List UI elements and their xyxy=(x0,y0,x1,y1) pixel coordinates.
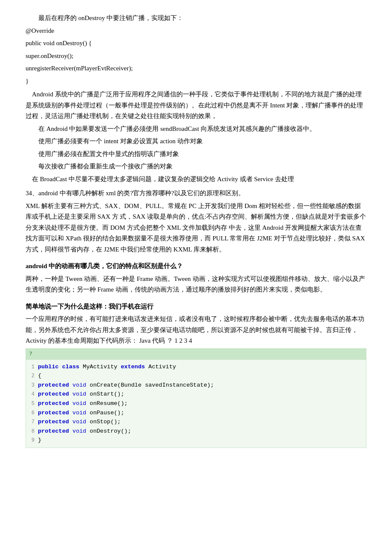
activity-label: Activity xyxy=(217,176,238,182)
kw-extends: extends xyxy=(121,362,145,372)
code-space xyxy=(69,408,72,418)
question34: 34、android 中有哪几种解析 xml 的类?官方推荐哪种?以及它们的原理… xyxy=(26,188,366,199)
code-line-row-6: 6 protected void onPause(); xyxy=(26,408,366,418)
animation-answer: 两种，一种是 Tween 动画、还有一种是 Frame 动画。Tween 动画，… xyxy=(26,274,366,295)
line-number: 2 xyxy=(29,372,35,380)
code-space xyxy=(59,362,62,372)
simple-answer: 一个应用程序的时候，有可能打进来电话发进来短信，或者没有电了，这时候程序都会被中… xyxy=(26,314,366,347)
code-space2 xyxy=(86,408,89,418)
bullet3: 每次接收广播都会重新生成一个接收广播的对象 xyxy=(26,161,366,172)
code-line-row-1: 1 public class MyActivity extends Activi… xyxy=(26,362,366,372)
code-line-row-3: 3 protected void onCreate(Bundle savedIn… xyxy=(26,381,366,390)
code-space2 xyxy=(86,427,89,436)
page-content: 最后在程序的 onDestroy 中要注销广播，实现如下： @Override … xyxy=(26,13,366,448)
xml-paragraph: XML 解析主要有三种方式、SAX、DOM、PULL。常规在 PC 上开发我们使… xyxy=(26,201,366,255)
animation-section: android 中的动画有哪几类，它们的特点和区别是什么？ 两种，一种是 Twe… xyxy=(26,261,366,295)
kw-void-5: void xyxy=(72,399,86,408)
kw-public: public xyxy=(38,362,59,372)
method-8: onDestroy(); xyxy=(90,427,131,436)
line-number: 6 xyxy=(29,409,35,417)
code-space2 xyxy=(86,390,89,399)
kw-void-3: void xyxy=(72,381,86,390)
method-3: onCreate(Bundle savedInstanceState); xyxy=(90,381,214,390)
code-space xyxy=(69,399,72,408)
lifecycle-section: 简单地说一下为什么是这样：我们手机在运行 一个应用程序的时候，有可能打进来电话发… xyxy=(26,301,366,347)
code-header: ? xyxy=(26,348,366,359)
bullet2: 使用广播必须在配置文件中显式的指明该广播对象 xyxy=(26,149,366,160)
question-animation: android 中的动画有哪几类，它们的特点和区别是什么？ xyxy=(26,261,366,272)
code-space2 xyxy=(86,399,89,408)
line-number: 9 xyxy=(29,436,35,445)
code-line-row-2: 2 { xyxy=(26,371,366,381)
activity-name: Activity xyxy=(148,362,176,372)
kw-protected-3: protected xyxy=(38,381,69,390)
method-5: onResume(); xyxy=(90,399,128,408)
kw-protected-4: protected xyxy=(38,390,69,399)
line-number: 7 xyxy=(29,418,35,426)
code-line-1: public void onDestroy() { xyxy=(26,38,366,49)
method-4: onStart(); xyxy=(90,390,124,399)
code-space xyxy=(69,381,72,390)
kw-protected-7: protected xyxy=(38,417,69,427)
open-brace: { xyxy=(38,371,41,381)
code-line-row-4: 4 protected void onStart(); xyxy=(26,390,366,399)
kw-protected-8: protected xyxy=(38,427,69,436)
line-number: 4 xyxy=(29,390,35,399)
code-block: ? 1 public class MyActivity extends Acti… xyxy=(26,348,366,448)
line-number: 3 xyxy=(29,382,35,390)
paragraph1: Android 系统中的广播是广泛用于应用程序之间通信的一种手段，它类似于事件处… xyxy=(26,89,366,122)
code-space2 xyxy=(86,381,89,390)
code-line-4: } xyxy=(26,76,366,87)
code-space xyxy=(69,390,72,399)
paragraph2: 在 Android 中如果要发送一个广播必须使用 sendBroadCast 向… xyxy=(26,124,366,135)
bullet4: 在 BroadCast 中尽量不要处理太多逻辑问题，建议复杂的逻辑交给 Acti… xyxy=(26,174,366,185)
kw-void-8: void xyxy=(72,427,86,436)
override-line: @Override xyxy=(26,26,366,37)
line-number: 1 xyxy=(29,363,35,371)
kw-protected-5: protected xyxy=(38,399,69,408)
method-7: onStop(); xyxy=(90,417,121,427)
code-line-row-9: 9 } xyxy=(26,436,366,445)
code-line-row-5: 5 protected void onResume(); xyxy=(26,399,366,408)
class-name: MyActivity xyxy=(83,362,121,372)
closing-brace: } xyxy=(38,436,41,445)
kw-void-7: void xyxy=(72,417,86,427)
code-line-3: unregisterReceiver(mPlayerEvtReceiver); xyxy=(26,63,366,74)
kw-protected-6: protected xyxy=(38,408,69,418)
code-space xyxy=(69,427,72,436)
code-line-row-8: 8 protected void onDestroy(); xyxy=(26,427,366,436)
code-space3 xyxy=(145,362,148,372)
code-space2 xyxy=(86,417,89,427)
code-line-2: super.onDestroy(); xyxy=(26,51,366,62)
question-simple: 简单地说一下为什么是这样：我们手机在运行 xyxy=(26,301,366,312)
code-space2 xyxy=(79,362,83,372)
kw-void-4: void xyxy=(72,390,86,399)
intro-text: 最后在程序的 onDestroy 中要注销广播，实现如下： xyxy=(26,13,366,24)
line-number: 8 xyxy=(29,428,35,436)
code-line-row-7: 7 protected void onStop(); xyxy=(26,417,366,427)
method-6: onPause(); xyxy=(90,408,124,418)
kw-class: class xyxy=(62,362,80,372)
bullet1: 使用广播必须要有一个 intent 对象必设置其 action 动作对象 xyxy=(26,136,366,147)
code-space xyxy=(69,417,72,427)
line-number: 5 xyxy=(29,400,35,408)
code-area: 1 public class MyActivity extends Activi… xyxy=(26,359,366,448)
kw-void-6: void xyxy=(72,408,86,418)
